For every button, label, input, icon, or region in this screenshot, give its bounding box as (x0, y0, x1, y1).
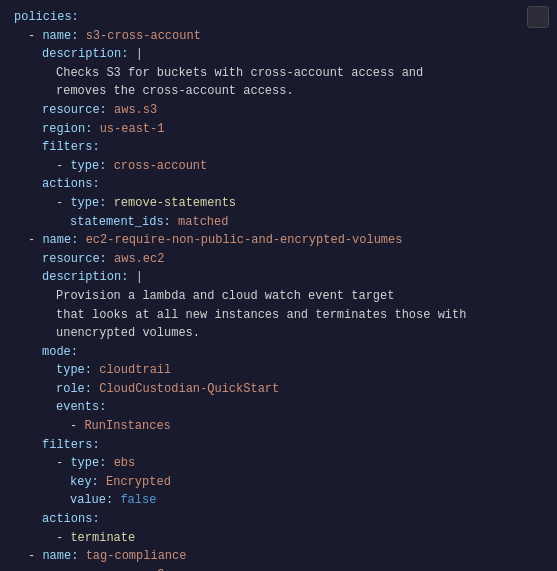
dash-token: - (56, 159, 70, 173)
line: - type: remove-statements (0, 194, 557, 213)
key-token: region: (42, 122, 92, 136)
key-token: policies: (14, 10, 79, 24)
line: filters: (0, 138, 557, 157)
key-token: description: (42, 47, 128, 61)
line: unencrypted volumes. (0, 324, 557, 343)
key-token: filters: (42, 140, 100, 154)
key-token: type: (70, 456, 106, 470)
dash-token: - (28, 549, 42, 563)
text-token (107, 103, 114, 117)
val-string-token: cross-account (114, 159, 208, 173)
val-string-token: s3-cross-account (86, 29, 201, 43)
line: that looks at all new instances and term… (0, 306, 557, 325)
key-token: actions: (42, 512, 100, 526)
key-token: resource: (42, 103, 107, 117)
line: resource: aws.ec2 (0, 566, 557, 571)
text-token (128, 47, 135, 61)
line: filters: (0, 436, 557, 455)
line: - RunInstances (0, 417, 557, 436)
punctuation-token: | (136, 47, 143, 61)
line: resource: aws.ec2 (0, 250, 557, 269)
line: description: | (0, 45, 557, 64)
key-token: key: (70, 475, 99, 489)
line: - type: ebs (0, 454, 557, 473)
line: - name: s3-cross-account (0, 27, 557, 46)
val-string-token: cloudtrail (99, 363, 171, 377)
val-string-token: aws.ec2 (114, 252, 164, 266)
val-action-token: remove-statements (114, 196, 236, 210)
key-token: events: (56, 400, 106, 414)
text-token (106, 159, 113, 173)
key-token: role: (56, 382, 92, 396)
line: removes the cross-account access. (0, 82, 557, 101)
key-token: resource: (42, 252, 107, 266)
line: key: Encrypted (0, 473, 557, 492)
val-string-token: aws.s3 (114, 103, 157, 117)
line: - name: tag-compliance (0, 547, 557, 566)
val-action-token: terminate (70, 531, 135, 545)
line: region: us-east-1 (0, 120, 557, 139)
dash-token: - (28, 233, 42, 247)
line: type: cloudtrail (0, 361, 557, 380)
key-token: description: (42, 270, 128, 284)
text-token (171, 215, 178, 229)
text-token (78, 233, 85, 247)
val-string-token: matched (178, 215, 228, 229)
key-token: value: (70, 493, 113, 507)
line: role: CloudCustodian-QuickStart (0, 380, 557, 399)
dash-token: - (28, 29, 42, 43)
text-token (78, 29, 85, 43)
key-token: type: (70, 159, 106, 173)
code-lines: policies:- name: s3-cross-accountdescrip… (0, 8, 557, 571)
text-token (92, 122, 99, 136)
copy-button[interactable] (527, 6, 549, 28)
key-token: filters: (42, 438, 100, 452)
val-string-token: CloudCustodian-QuickStart (99, 382, 279, 396)
line: Provision a lambda and cloud watch event… (0, 287, 557, 306)
val-string-token: ec2-require-non-public-and-encrypted-vol… (86, 233, 403, 247)
text-token (99, 475, 106, 489)
dash-token: - (56, 196, 70, 210)
text-token (106, 456, 113, 470)
val-bool-token: false (120, 493, 156, 507)
text-token (128, 270, 135, 284)
val-string-token: RunInstances (84, 419, 170, 433)
key-token: type: (56, 363, 92, 377)
line: Checks S3 for buckets with cross-account… (0, 64, 557, 83)
text-token (106, 196, 113, 210)
key-token: name: (42, 29, 78, 43)
line: - type: cross-account (0, 157, 557, 176)
dash-token: - (56, 531, 70, 545)
line: statement_ids: matched (0, 213, 557, 232)
dash-token: - (56, 456, 70, 470)
val-string-token: tag-compliance (86, 549, 187, 563)
key-token: type: (70, 196, 106, 210)
code-block: policies:- name: s3-cross-accountdescrip… (0, 0, 557, 571)
key-token: name: (42, 233, 78, 247)
text-token: that looks at all new instances and term… (56, 308, 466, 322)
val-string-token: us-east-1 (100, 122, 165, 136)
line: actions: (0, 175, 557, 194)
text-token: Checks S3 for buckets with cross-account… (56, 66, 423, 80)
line: - name: ec2-require-non-public-and-encry… (0, 231, 557, 250)
text-token (107, 252, 114, 266)
line: events: (0, 398, 557, 417)
text-token: removes the cross-account access. (56, 84, 294, 98)
punctuation-token: | (136, 270, 143, 284)
key-token: mode: (42, 345, 78, 359)
line: actions: (0, 510, 557, 529)
text-token: Provision a lambda and cloud watch event… (56, 289, 394, 303)
val-string-token: ebs (114, 456, 136, 470)
text-token: unencrypted volumes. (56, 326, 200, 340)
line: mode: (0, 343, 557, 362)
key-token: statement_ids: (70, 215, 171, 229)
val-string-token: Encrypted (106, 475, 171, 489)
line: value: false (0, 491, 557, 510)
key-token: name: (42, 549, 78, 563)
text-token (78, 549, 85, 563)
line: policies: (0, 8, 557, 27)
dash-token: - (70, 419, 84, 433)
key-token: actions: (42, 177, 100, 191)
line: resource: aws.s3 (0, 101, 557, 120)
line: - terminate (0, 529, 557, 548)
